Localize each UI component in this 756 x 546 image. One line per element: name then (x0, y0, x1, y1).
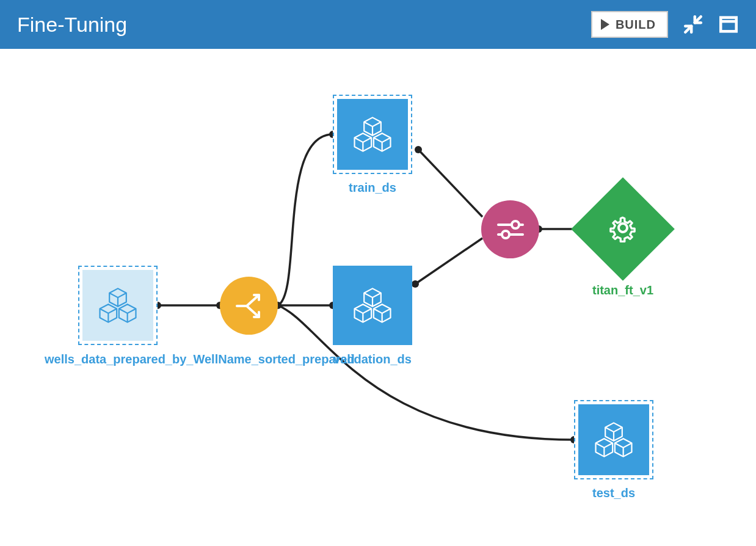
dataset-label-source: wells_data_prepared_by_WellName_sorted_p… (45, 351, 191, 367)
dataset-node-validation[interactable] (333, 266, 412, 345)
model-label: titan_ft_v1 (550, 282, 696, 298)
dataset-label-test: test_ds (540, 485, 687, 501)
dataset-icon (333, 266, 412, 345)
model-node[interactable] (571, 177, 675, 281)
svg-point-27 (619, 224, 627, 232)
svg-line-18 (415, 238, 482, 284)
dataset-node-source[interactable] (78, 266, 158, 345)
expand-window-icon[interactable] (718, 14, 739, 35)
page-title: Fine-Tuning (17, 13, 127, 37)
dataset-label-train: train_ds (299, 180, 446, 195)
dataset-icon (578, 404, 649, 475)
play-icon (601, 19, 609, 30)
dataset-label-validation: validation_ds (299, 351, 446, 367)
dataset-node-test[interactable] (574, 400, 653, 479)
gear-icon (605, 209, 641, 249)
dataset-node-train[interactable] (333, 95, 412, 174)
split-icon (232, 289, 266, 323)
header-bar: Fine-Tuning BUILD (0, 0, 756, 49)
svg-point-17 (415, 146, 422, 153)
build-button-label: BUILD (616, 18, 656, 32)
collapse-icon[interactable] (683, 14, 703, 35)
sliders-icon (493, 213, 528, 247)
recipe-node[interactable] (481, 200, 539, 258)
dataset-icon (82, 270, 153, 341)
flow-canvas[interactable]: wells_data_prepared_by_WellName_sorted_p… (0, 49, 756, 546)
build-button[interactable]: BUILD (591, 11, 668, 38)
svg-rect-6 (721, 18, 736, 32)
svg-point-26 (502, 231, 509, 238)
dataset-icon (337, 99, 408, 170)
svg-point-24 (512, 221, 519, 228)
svg-point-19 (412, 280, 419, 288)
header-actions: BUILD (591, 11, 739, 38)
split-node[interactable] (220, 277, 278, 335)
